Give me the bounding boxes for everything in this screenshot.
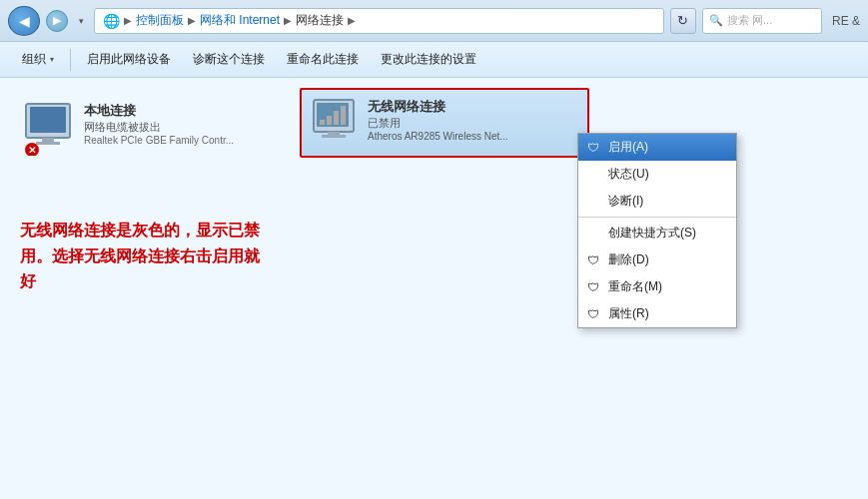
svg-rect-9 bbox=[322, 135, 346, 138]
local-connection-icon: ✕ bbox=[24, 102, 74, 152]
local-connection-info: 本地连接 网络电缆被拔出 Realtek PCIe GBE Family Con… bbox=[84, 102, 288, 146]
monitor-svg: ✕ bbox=[24, 102, 74, 156]
ctx-rename[interactable]: 🛡 重命名(M) bbox=[578, 273, 736, 300]
main-content: ✕ 本地连接 网络电缆被拔出 Realtek PCIe GBE Family C… bbox=[0, 78, 868, 499]
local-connection-adapter: Realtek PCIe GBE Family Contr... bbox=[84, 135, 264, 146]
sep3: ▶ bbox=[284, 15, 292, 26]
ctx-shortcut[interactable]: 创建快捷方式(S) bbox=[578, 220, 736, 247]
wireless-connection-item[interactable]: 无线网络连接 已禁用 Atheros AR9285 Wireless Net..… bbox=[300, 88, 589, 158]
toolbar-sep-1 bbox=[70, 49, 71, 71]
svg-text:✕: ✕ bbox=[28, 145, 36, 156]
context-menu: 🛡 启用(A) 状态(U) 诊断(I) 创建快捷方式(S) 🛡 删除(D) 🛡 … bbox=[577, 133, 737, 328]
svg-rect-13 bbox=[341, 106, 346, 125]
top-right-label: RE & bbox=[832, 14, 860, 28]
refresh-button[interactable]: ↻ bbox=[670, 8, 696, 34]
breadcrumb-control-panel[interactable]: 控制面板 bbox=[136, 12, 184, 29]
shield-rename-icon: 🛡 bbox=[586, 280, 600, 294]
wireless-connection-icon bbox=[312, 98, 358, 148]
local-connection-status: 网络电缆被拔出 bbox=[84, 120, 288, 135]
toolbar-organize[interactable]: 组织 ▾ bbox=[12, 46, 64, 74]
organize-label: 组织 bbox=[22, 51, 46, 68]
toolbar: 组织 ▾ 启用此网络设备 诊断这个连接 重命名此连接 更改此连接的设置 bbox=[0, 42, 868, 78]
search-icon: 🔍 bbox=[709, 14, 723, 27]
wireless-svg bbox=[312, 98, 358, 148]
local-connection-item[interactable]: ✕ 本地连接 网络电缆被拔出 Realtek PCIe GBE Family C… bbox=[16, 94, 296, 160]
sep4: ▶ bbox=[348, 15, 356, 26]
shield-delete-icon: 🛡 bbox=[586, 253, 600, 267]
globe-icon: 🌐 bbox=[103, 13, 120, 29]
ctx-diagnose[interactable]: 诊断(I) bbox=[578, 188, 736, 215]
ctx-separator-1 bbox=[578, 217, 736, 218]
annotation-text: 无线网络连接是灰色的，显示已禁用。选择无线网络连接右击启用就好 bbox=[20, 218, 260, 294]
wireless-connection-name: 无线网络连接 bbox=[368, 98, 577, 116]
toolbar-enable-device[interactable]: 启用此网络设备 bbox=[77, 46, 181, 74]
sep1: ▶ bbox=[124, 15, 132, 26]
breadcrumb-current: 网络连接 bbox=[296, 12, 344, 29]
search-box[interactable]: 🔍 搜索 网... bbox=[702, 8, 822, 34]
svg-rect-12 bbox=[334, 111, 339, 125]
shield-properties-icon: 🛡 bbox=[586, 307, 600, 321]
diagnose-label: 诊断这个连接 bbox=[193, 51, 265, 68]
change-settings-label: 更改此连接的设置 bbox=[381, 51, 476, 68]
ctx-properties[interactable]: 🛡 属性(R) bbox=[578, 300, 736, 327]
svg-rect-1 bbox=[30, 107, 66, 133]
toolbar-rename[interactable]: 重命名此连接 bbox=[277, 46, 369, 74]
svg-rect-11 bbox=[327, 116, 332, 125]
enable-device-label: 启用此网络设备 bbox=[87, 51, 171, 68]
sep2: ▶ bbox=[188, 15, 196, 26]
toolbar-diagnose[interactable]: 诊断这个连接 bbox=[183, 46, 275, 74]
local-connection-name: 本地连接 bbox=[84, 102, 288, 120]
svg-rect-10 bbox=[320, 120, 325, 125]
ctx-delete[interactable]: 🛡 删除(D) bbox=[578, 247, 736, 273]
ctx-status[interactable]: 状态(U) bbox=[578, 161, 736, 188]
toolbar-change-settings[interactable]: 更改此连接的设置 bbox=[371, 46, 486, 74]
wireless-connection-adapter: Atheros AR9285 Wireless Net... bbox=[368, 131, 567, 142]
nav-dropdown[interactable]: ▾ bbox=[74, 10, 88, 32]
address-bar: ◀ ▶ ▾ 🌐 ▶ 控制面板 ▶ 网络和 Internet ▶ 网络连接 ▶ ↻… bbox=[0, 0, 868, 42]
wireless-connection-info: 无线网络连接 已禁用 Atheros AR9285 Wireless Net..… bbox=[368, 98, 577, 142]
back-button[interactable]: ◀ bbox=[8, 6, 40, 36]
ctx-enable[interactable]: 🛡 启用(A) bbox=[578, 134, 736, 161]
breadcrumb: 🌐 ▶ 控制面板 ▶ 网络和 Internet ▶ 网络连接 ▶ bbox=[94, 8, 664, 34]
rename-label: 重命名此连接 bbox=[287, 51, 359, 68]
forward-button[interactable]: ▶ bbox=[46, 10, 68, 32]
wireless-connection-status: 已禁用 bbox=[368, 116, 577, 131]
organize-arrow: ▾ bbox=[50, 55, 54, 64]
shield-enable-icon: 🛡 bbox=[586, 141, 600, 155]
search-placeholder: 搜索 网... bbox=[727, 13, 772, 28]
breadcrumb-network-internet[interactable]: 网络和 Internet bbox=[200, 12, 280, 29]
svg-rect-3 bbox=[36, 142, 60, 145]
